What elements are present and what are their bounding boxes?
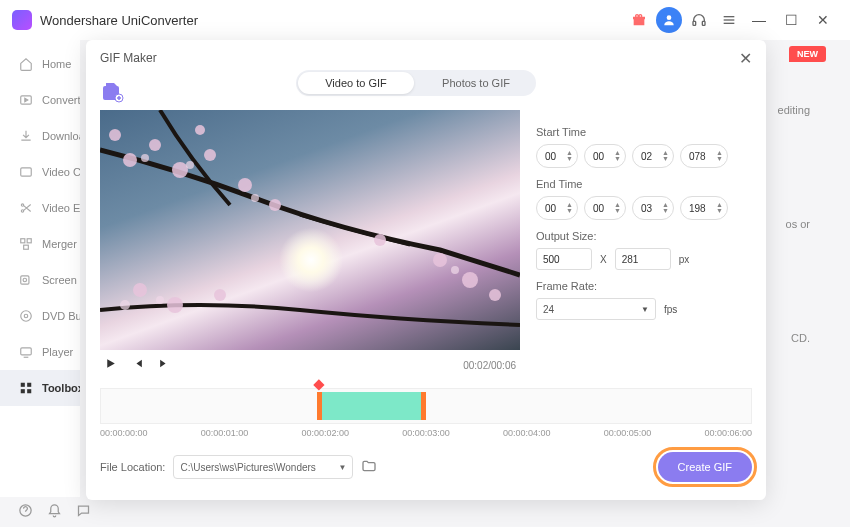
svg-point-8	[21, 204, 23, 206]
converter-icon	[18, 92, 34, 108]
file-location-label: File Location:	[100, 461, 165, 473]
start-ms-stepper[interactable]: 078▲▼	[680, 144, 728, 168]
sidebar-item-downloader[interactable]: Downloader	[0, 118, 80, 154]
start-hours-stepper[interactable]: 00▲▼	[536, 144, 578, 168]
video-preview[interactable]	[100, 110, 520, 350]
svg-point-38	[109, 129, 121, 141]
svg-point-15	[21, 311, 32, 322]
time-readout: 00:02/00:06	[463, 360, 516, 371]
app-logo	[12, 10, 32, 30]
headset-icon[interactable]	[686, 7, 712, 33]
end-ms-stepper[interactable]: 198▲▼	[680, 196, 728, 220]
end-seconds-stepper[interactable]: 03▲▼	[632, 196, 674, 220]
svg-point-37	[374, 234, 386, 246]
svg-point-32	[167, 297, 183, 313]
sidebar-item-label: Toolbox	[42, 382, 80, 394]
svg-point-40	[141, 154, 149, 162]
sidebar-item-player[interactable]: Player	[0, 334, 80, 370]
svg-point-31	[133, 283, 147, 297]
timeline-label: 00:00:00:00	[100, 428, 148, 438]
playhead[interactable]	[314, 379, 325, 390]
timeline-label: 00:00:05:00	[604, 428, 652, 438]
maximize-button[interactable]: ☐	[776, 5, 806, 35]
sidebar-item-home[interactable]: Home	[0, 46, 80, 82]
svg-point-36	[489, 289, 501, 301]
dvd-icon	[18, 308, 34, 324]
svg-rect-17	[21, 348, 32, 355]
start-minutes-stepper[interactable]: 00▲▼	[584, 144, 626, 168]
chevron-down-icon: ▼	[339, 463, 347, 472]
sidebar-item-label: Home	[42, 58, 71, 70]
content-area: NEW editing os or CD. GIF Maker ✕ Video …	[80, 40, 850, 497]
timeline-label: 00:00:06:00	[704, 428, 752, 438]
fps-label: fps	[664, 304, 677, 315]
help-icon[interactable]	[18, 503, 33, 522]
start-time-label: Start Time	[536, 126, 752, 138]
end-minutes-stepper[interactable]: 00▲▼	[584, 196, 626, 220]
close-icon[interactable]: ✕	[739, 49, 752, 68]
frame-rate-select[interactable]: 24▼	[536, 298, 656, 320]
add-file-icon[interactable]	[100, 80, 124, 104]
svg-point-25	[123, 153, 137, 167]
end-hours-stepper[interactable]: 00▲▼	[536, 196, 578, 220]
output-height-field[interactable]	[615, 248, 671, 270]
sidebar-item-label: Merger	[42, 238, 77, 250]
frame-rate-label: Frame Rate:	[536, 280, 752, 292]
menu-icon[interactable]	[716, 7, 742, 33]
svg-rect-19	[21, 383, 25, 387]
svg-point-29	[238, 178, 252, 192]
svg-point-0	[667, 15, 672, 20]
svg-rect-22	[27, 389, 31, 393]
output-size-label: Output Size:	[536, 230, 752, 242]
svg-point-39	[195, 125, 205, 135]
svg-rect-7	[21, 168, 32, 176]
tab-photos-to-gif[interactable]: Photos to GIF	[418, 72, 534, 94]
svg-point-30	[269, 199, 281, 211]
sidebar-item-merger[interactable]: Merger	[0, 226, 80, 262]
timeline-label: 00:00:01:00	[201, 428, 249, 438]
svg-rect-12	[24, 245, 29, 249]
svg-point-42	[251, 194, 259, 202]
create-gif-button[interactable]: Create GIF	[658, 452, 752, 482]
timeline-label: 00:00:04:00	[503, 428, 551, 438]
timeline-label: 00:00:03:00	[402, 428, 450, 438]
svg-rect-2	[702, 21, 705, 25]
timeline-track[interactable]	[100, 388, 752, 424]
sidebar-item-dvd[interactable]: DVD Burner	[0, 298, 80, 334]
sidebar-item-recorder[interactable]: Screen Recorder	[0, 262, 80, 298]
file-location-select[interactable]: C:\Users\ws\Pictures\Wonders▼	[173, 455, 353, 479]
folder-icon[interactable]	[361, 458, 377, 476]
sidebar-item-compressor[interactable]: Video Compressor	[0, 154, 80, 190]
svg-point-35	[462, 272, 478, 288]
toolbox-icon	[18, 380, 34, 396]
sidebar-item-converter[interactable]: Converter	[0, 82, 80, 118]
bell-icon[interactable]	[47, 503, 62, 522]
timeline-selection[interactable]	[317, 392, 426, 420]
close-button[interactable]: ✕	[808, 5, 838, 35]
modal-title: GIF Maker	[100, 51, 157, 65]
bg-text: os or	[786, 218, 810, 230]
titlebar: Wondershare UniConverter — ☐ ✕	[0, 0, 850, 40]
sidebar-item-toolbox[interactable]: Toolbox	[0, 370, 80, 406]
chevron-down-icon: ▼	[641, 305, 649, 314]
bg-text: editing	[778, 104, 810, 116]
sidebar-item-editor[interactable]: Video Editor	[0, 190, 80, 226]
download-icon	[18, 128, 34, 144]
svg-point-27	[172, 162, 188, 178]
home-icon	[18, 56, 34, 72]
svg-point-16	[24, 314, 28, 318]
feedback-icon[interactable]	[76, 503, 91, 522]
minimize-button[interactable]: —	[744, 5, 774, 35]
svg-rect-13	[21, 276, 29, 284]
scissors-icon	[18, 200, 34, 216]
svg-rect-20	[27, 383, 31, 387]
output-width-field[interactable]	[536, 248, 592, 270]
gift-icon[interactable]	[626, 7, 652, 33]
user-icon[interactable]	[656, 7, 682, 33]
next-frame-button[interactable]	[158, 356, 171, 374]
start-seconds-stepper[interactable]: 02▲▼	[632, 144, 674, 168]
prev-frame-button[interactable]	[131, 356, 144, 374]
play-button[interactable]	[104, 356, 117, 374]
tab-video-to-gif[interactable]: Video to GIF	[298, 72, 414, 94]
svg-point-41	[186, 161, 194, 169]
